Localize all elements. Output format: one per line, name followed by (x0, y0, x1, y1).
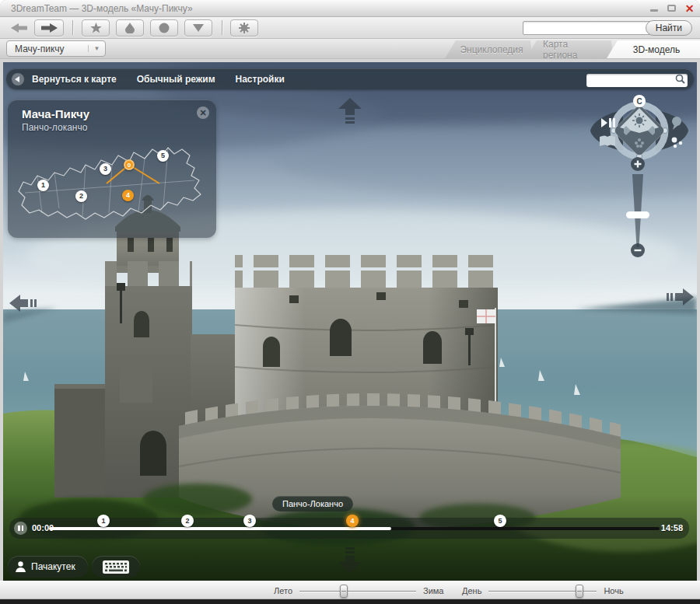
character-name: Пачакутек (31, 561, 75, 572)
map-camera-marker[interactable]: 0 (124, 159, 135, 170)
window-title: 3DreamTeam — 3D-модель «Мачу-Пикчу» (11, 3, 193, 14)
circle-icon (159, 23, 170, 33)
map-marker-2[interactable]: 2 (75, 190, 87, 202)
keyboard-icon (103, 560, 129, 574)
map-marker-5[interactable]: 5 (157, 150, 169, 162)
window-bottom-edge (0, 599, 700, 604)
circle-button[interactable] (150, 19, 178, 37)
close-button[interactable]: ✕ (684, 2, 695, 14)
zoom-slider-handle[interactable] (626, 211, 649, 218)
triangle-button[interactable] (184, 19, 212, 37)
forward-button[interactable] (34, 19, 64, 37)
drop-icon (125, 23, 135, 33)
pan-left-arrow[interactable] (9, 292, 40, 314)
toolbar-separator (72, 20, 73, 35)
tab-region-map[interactable]: Карта региона (526, 40, 613, 58)
back-circle-icon (15, 76, 21, 82)
map-markers: 123450 (8, 100, 216, 238)
drop-button[interactable] (116, 19, 144, 37)
back-arrow-icon (11, 23, 28, 33)
pause-button[interactable] (14, 522, 27, 535)
season-left-label: Лето (274, 586, 292, 595)
close-icon: ✕ (685, 3, 695, 14)
back-button[interactable] (8, 19, 31, 37)
map-marker-3[interactable]: 3 (100, 163, 111, 175)
env-slider-handle[interactable] (576, 585, 583, 598)
back-to-map-button[interactable] (12, 73, 24, 86)
menu-item-normal-mode[interactable]: Обычный режим (137, 74, 215, 85)
timeline-bar: 00:00 12345 14:58 (9, 518, 689, 539)
timeline-marker-5[interactable]: 5 (494, 515, 506, 527)
pan-up-arrow[interactable] (336, 98, 364, 124)
menu-item-settings[interactable]: Настройки (236, 74, 285, 85)
zoom-slider-track[interactable] (632, 174, 643, 247)
toolbar-separator (222, 20, 222, 35)
search-icon (675, 74, 685, 84)
timeline-marker-4[interactable]: 4 (346, 515, 359, 527)
character-button[interactable]: Пачакутек (8, 556, 88, 578)
chevron-down-icon: ▼ (88, 45, 105, 52)
maximize-icon (667, 5, 676, 12)
titlebar: 3DreamTeam — 3D-модель «Мачу-Пикчу» ✕ (0, 0, 700, 17)
pan-right-arrow[interactable] (663, 286, 694, 308)
environment-bar: Лето Зима День Ночь (0, 581, 700, 599)
minimap-panel: Мача-Пикчу Панчо-локанчо ✕ 123450 (8, 100, 216, 238)
pause-icon (18, 525, 20, 531)
app-window: 3DreamTeam — 3D-модель «Мачу-Пикчу» ✕ (0, 0, 700, 604)
season-slider-track[interactable] (299, 591, 416, 592)
timeline-tooltip: Панчо-Локанчо (272, 496, 353, 511)
season-slider-group: Лето Зима (274, 581, 443, 600)
timeline-marker-2[interactable]: 2 (181, 515, 194, 527)
window-controls: ✕ (648, 2, 695, 14)
browser-search-input[interactable] (523, 21, 660, 35)
map-marker-1[interactable]: 1 (37, 180, 49, 191)
map-marker-4[interactable]: 4 (122, 190, 134, 201)
daytime-left-label: День (462, 586, 481, 595)
season-right-label: Зима (423, 586, 443, 595)
tabs: Энциклопедия Карта региона 3D-модель (451, 40, 700, 58)
maximize-button[interactable] (666, 2, 677, 14)
location-dropdown[interactable]: Мачу-пикчу ▼ (6, 40, 106, 57)
find-button[interactable]: Найти (646, 20, 692, 36)
minimize-button[interactable] (648, 2, 660, 14)
tab-3d-model[interactable]: 3D-модель (607, 40, 700, 58)
gear-icon (239, 23, 250, 33)
star-icon (90, 23, 102, 33)
env-slider-handle[interactable] (340, 585, 348, 598)
viewer-search (586, 72, 688, 86)
timeline-track[interactable]: 12345 (49, 527, 660, 530)
pan-down-arrow[interactable] (336, 546, 364, 573)
keyboard-button[interactable] (92, 556, 140, 578)
timeline-marker-1[interactable]: 1 (97, 515, 110, 527)
viewport-3d[interactable]: Вернуться к карте Обычный режим Настройк… (3, 62, 697, 581)
minimize-icon (650, 9, 658, 12)
forward-arrow-icon (40, 23, 58, 33)
timeline-markers: 12345 (49, 527, 660, 530)
daytime-slider-group: День Ночь (462, 581, 624, 600)
person-icon (16, 561, 26, 572)
dropdown-value: Мачу-пикчу (7, 44, 88, 54)
compass-north-label: C (636, 97, 642, 106)
viewer-toolbar: Вернуться к карте Обычный режим Настройк… (6, 68, 694, 89)
daytime-right-label: Ночь (604, 586, 623, 595)
book-icon[interactable] (600, 136, 615, 147)
viewer-search-input[interactable] (586, 74, 688, 87)
triangle-down-icon (193, 24, 204, 32)
star-button[interactable] (82, 19, 110, 37)
compass-widget: C (587, 92, 696, 271)
browser-toolbar: Найти (0, 17, 700, 39)
menu-item-back-to-map[interactable]: Вернуться к карте (32, 74, 117, 85)
total-time: 14:58 (661, 523, 683, 532)
settings-button[interactable] (230, 19, 258, 37)
tab-row: Мачу-пикчу ▼ Энциклопедия Карта региона … (0, 39, 700, 59)
timeline-marker-3[interactable]: 3 (243, 515, 256, 527)
daytime-slider-track[interactable] (488, 591, 597, 592)
tab-encyclopedia[interactable]: Энциклопедия (445, 40, 532, 58)
